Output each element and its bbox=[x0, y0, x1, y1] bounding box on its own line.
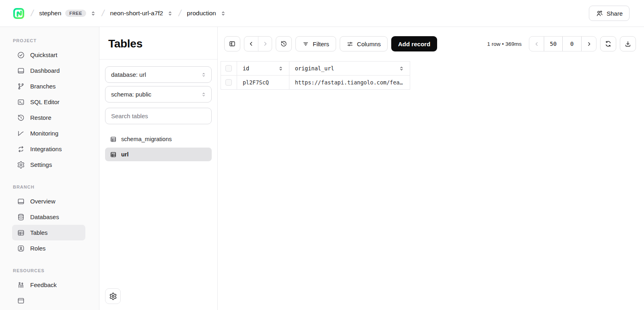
chevron-left-icon bbox=[248, 41, 254, 47]
column-label: original_url bbox=[295, 65, 334, 72]
sidebar-item-label: SQL Editor bbox=[30, 99, 60, 105]
table-name: schema_migrations bbox=[121, 136, 172, 142]
sidebar-item-label: Feedback bbox=[30, 281, 57, 288]
tables-panel: Tables database: url schema: public sche… bbox=[99, 27, 218, 310]
add-record-button[interactable]: Add record bbox=[391, 36, 437, 51]
columns-button[interactable]: Columns bbox=[340, 36, 388, 51]
sidebar-item-tables[interactable]: Tables bbox=[12, 225, 85, 240]
section-title-resources: Resources bbox=[0, 268, 99, 273]
sidebar-item-integrations[interactable]: Integrations bbox=[12, 141, 85, 157]
page-size-input[interactable]: 50 bbox=[544, 37, 563, 51]
terminal-square-icon bbox=[17, 98, 25, 106]
branch-nav: Overview Databases Tables Roles bbox=[0, 193, 99, 256]
sidebar-item-monitoring[interactable]: Monitoring bbox=[12, 125, 85, 141]
sidebar-item-restore[interactable]: Restore bbox=[12, 110, 85, 125]
resources-nav: Feedback bbox=[0, 277, 99, 308]
top-header: / stephen FREE / neon-short-url-a7f2 / p… bbox=[0, 0, 644, 27]
sidebar-item-branches[interactable]: Branches bbox=[12, 78, 85, 94]
sidebar-item-settings[interactable]: Settings bbox=[12, 157, 85, 172]
branch-switcher[interactable]: production bbox=[187, 10, 226, 17]
share-label: Share bbox=[607, 10, 623, 17]
pagination-group: 50 0 bbox=[529, 36, 597, 51]
history-icon bbox=[280, 40, 287, 47]
collapse-panel-button[interactable] bbox=[224, 36, 240, 51]
chevron-left-icon bbox=[534, 41, 540, 47]
sidebar-item-label: Tables bbox=[30, 229, 47, 236]
page-title: Tables bbox=[108, 37, 208, 50]
filters-label: Filters bbox=[313, 41, 329, 47]
table-row[interactable]: pl2F7ScQ https://fastapi.tiangolo.com/fe… bbox=[221, 76, 410, 90]
table-name: url bbox=[121, 151, 129, 158]
sidebar-item-feedback[interactable]: Feedback bbox=[12, 277, 85, 293]
table-data-view: Filters Columns Add record 1 row • 369ms… bbox=[218, 27, 644, 310]
next-row-button[interactable] bbox=[258, 37, 272, 51]
previous-page-button[interactable] bbox=[529, 37, 544, 51]
sidebar-item-quickstart[interactable]: Quickstart bbox=[12, 47, 85, 63]
table-list-item-url[interactable]: url bbox=[105, 148, 212, 161]
database-select-value: database: url bbox=[111, 71, 146, 78]
breadcrumb-separator: / bbox=[101, 8, 106, 18]
row-checkbox[interactable] bbox=[225, 79, 232, 86]
table-list-item-schema-migrations[interactable]: schema_migrations bbox=[105, 132, 212, 146]
chevron-updown-icon bbox=[201, 72, 206, 78]
exchange-arrows-icon bbox=[17, 145, 25, 153]
sidebar-item-sql-editor[interactable]: SQL Editor bbox=[12, 94, 85, 110]
filters-button[interactable]: Filters bbox=[295, 36, 336, 51]
gear-icon bbox=[109, 292, 117, 300]
section-title-branch: Branch bbox=[0, 185, 99, 189]
cell-original-url[interactable]: https://fastapi.tiangolo.com/fea… bbox=[289, 76, 410, 89]
chevron-updown-icon bbox=[90, 10, 96, 16]
column-header-original-url[interactable]: original_url bbox=[289, 62, 410, 75]
database-select[interactable]: database: url bbox=[105, 66, 212, 83]
users-icon bbox=[596, 10, 603, 17]
history-button[interactable] bbox=[276, 36, 292, 51]
account-switcher[interactable]: stephen FREE bbox=[39, 10, 96, 17]
table-icon bbox=[110, 136, 117, 143]
table-icon bbox=[17, 229, 25, 237]
refresh-icon bbox=[605, 40, 612, 47]
download-button[interactable] bbox=[620, 36, 636, 51]
sidebar-item-databases[interactable]: Databases bbox=[12, 209, 85, 225]
data-toolbar: Filters Columns Add record 1 row • 369ms… bbox=[218, 27, 644, 51]
schema-select-value: schema: public bbox=[111, 91, 151, 98]
sort-icon[interactable] bbox=[399, 66, 404, 71]
window-icon bbox=[17, 197, 25, 205]
select-all-checkbox[interactable] bbox=[225, 65, 232, 72]
sidebar-item-overview[interactable]: Overview bbox=[12, 193, 85, 209]
sidebar-item-label: Integrations bbox=[30, 146, 62, 152]
project-switcher[interactable]: neon-short-url-a7f2 bbox=[110, 10, 173, 17]
column-header-id[interactable]: id bbox=[237, 62, 289, 75]
chevron-updown-icon bbox=[220, 10, 226, 16]
neon-logo-icon[interactable] bbox=[12, 7, 25, 20]
share-button[interactable]: Share bbox=[589, 6, 630, 21]
chevron-updown-icon bbox=[167, 10, 173, 16]
section-title-project: Project bbox=[0, 38, 99, 43]
sidebar-item-label: Branches bbox=[30, 83, 56, 90]
page-offset-input[interactable]: 0 bbox=[563, 37, 582, 51]
document-icon bbox=[17, 297, 25, 305]
sidebar-item-partial[interactable] bbox=[12, 293, 85, 308]
sidebar-item-label: Overview bbox=[30, 198, 56, 205]
people-icon bbox=[17, 281, 25, 289]
sidebar-item-label: Restore bbox=[30, 114, 52, 121]
schema-select[interactable]: schema: public bbox=[105, 86, 212, 103]
sidebar-item-roles[interactable]: Roles bbox=[12, 240, 85, 256]
sort-icon[interactable] bbox=[278, 66, 283, 71]
sidebar: Project Quickstart Dashboard Branches SQ… bbox=[0, 27, 99, 310]
search-tables-input[interactable] bbox=[105, 108, 212, 124]
sidebar-item-dashboard[interactable]: Dashboard bbox=[12, 63, 85, 78]
panel-settings-button[interactable] bbox=[105, 288, 121, 304]
cell-id[interactable]: pl2F7ScQ bbox=[237, 76, 289, 89]
previous-row-button[interactable] bbox=[244, 37, 258, 51]
chevron-right-icon bbox=[586, 41, 592, 47]
database-icon bbox=[17, 213, 25, 221]
column-label: id bbox=[243, 65, 249, 72]
refresh-button[interactable] bbox=[600, 36, 616, 51]
sidebar-item-label: Monitoring bbox=[30, 130, 58, 137]
sidebar-item-label: Dashboard bbox=[30, 67, 60, 74]
history-icon bbox=[17, 114, 25, 122]
chevron-updown-icon bbox=[201, 92, 206, 97]
circle-check-icon bbox=[17, 51, 25, 59]
plan-badge: FREE bbox=[65, 10, 86, 17]
next-page-button[interactable] bbox=[582, 37, 596, 51]
